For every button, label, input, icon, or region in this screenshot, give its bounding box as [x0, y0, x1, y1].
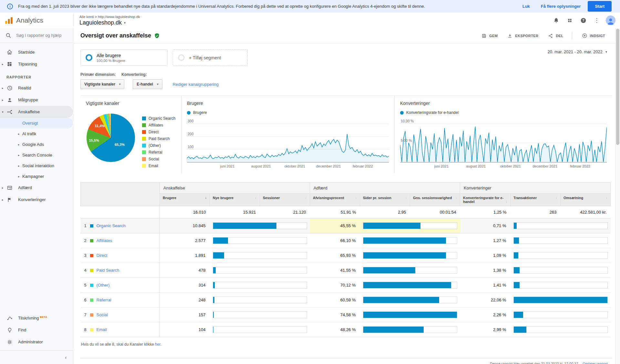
sidebar-collapse-button[interactable]: ‹	[0, 350, 73, 364]
see-all-link[interactable]: her	[155, 342, 160, 347]
sidebar-item-label: Search Console	[22, 153, 52, 157]
channels-pie-chart[interactable]: 65,3% 15,5% 11,4%	[87, 114, 135, 162]
verified-shield-icon	[154, 33, 160, 39]
sidebar-item-label: Administrator	[18, 339, 43, 344]
collapse-icon: ▾	[2, 110, 4, 114]
dismiss-banner-button[interactable]: Luk	[522, 4, 530, 9]
sidebar-item-google-ads[interactable]: ▸ Google Ads	[0, 139, 73, 150]
property-selector[interactable]: Laguioleshop.dk ▾	[79, 19, 140, 26]
sidebar-search[interactable]	[0, 28, 73, 43]
sidebar-item-tilskrivning[interactable]: TilskrivningBETA	[0, 312, 73, 324]
column-header-transaktioner[interactable]: Transaktioner↓	[511, 194, 561, 206]
legend-label: Email	[149, 164, 158, 168]
sidebar-item-oversigt[interactable]: Oversigt	[0, 118, 73, 128]
sidebar-item-find[interactable]: Find	[0, 324, 73, 336]
add-segment-ring-icon	[178, 54, 185, 61]
learn-more-link[interactable]: Få flere oplysninger	[541, 4, 581, 9]
conversion-dropdown[interactable]: E-handel ▾	[133, 79, 162, 89]
channel-link[interactable]: Organic Search	[97, 223, 126, 228]
channel-link[interactable]: (Other)	[97, 283, 110, 288]
scrollbar-thumb[interactable]	[616, 29, 619, 145]
sort-icon: ↓	[556, 196, 557, 199]
cell-brugere-bar	[210, 322, 310, 337]
analytics-logo[interactable]: Analytics	[5, 16, 73, 25]
conversions-line-chart[interactable]: 5,00 %10,00 %	[400, 120, 607, 163]
search-input[interactable]	[16, 33, 68, 38]
legend-item: Paid Search	[142, 136, 175, 141]
channel-link[interactable]: Social	[97, 312, 108, 317]
column-header-sessionsvarighed[interactable]: Gns. sessionsvarighed↓	[410, 194, 460, 206]
notifications-bell-icon[interactable]	[552, 16, 560, 24]
sort-icon: ↓	[455, 196, 457, 199]
refresh-report-link[interactable]: Opdater rapport	[583, 362, 608, 364]
sidebar-item-adfaerd[interactable]: ▸ Adfærd	[0, 182, 73, 194]
dimension-dropdown[interactable]: Vigtigste kanaler ▾	[80, 79, 124, 89]
sort-icon: ↓	[606, 196, 607, 199]
sidebar-item-kampagner[interactable]: ▸ Kampagner	[0, 171, 73, 182]
sidebar-item-social-interaktion[interactable]: ▸ Social interaktion	[0, 160, 73, 171]
bar-box	[513, 267, 608, 274]
insight-icon	[582, 33, 587, 38]
channel-link[interactable]: Direct	[97, 253, 108, 258]
sidebar-item-label: Realtid	[18, 86, 31, 90]
sort-icon: ↓	[506, 200, 507, 203]
date-range-selector[interactable]: 20. mar. 2021 - 20. mar. 2022 ▾	[547, 49, 607, 54]
expand-icon: ▸	[18, 164, 20, 167]
column-header-konverteringsrate[interactable]: Konverteringsrate for e-handel↓	[460, 194, 511, 206]
sidebar-item-label: Al trafik	[22, 131, 36, 136]
add-segment-button[interactable]: + Tilføj segment	[173, 49, 248, 66]
sidebar-item-konverteringer[interactable]: ▸ Konverteringer	[0, 194, 73, 206]
sidebar-item-maalgruppe[interactable]: ▸ Målgruppe	[0, 94, 73, 106]
breadcrumb[interactable]: Alle konti > http://www.laguioleshop.dk	[79, 15, 140, 19]
column-header-nye-brugere[interactable]: Nye brugere↓	[210, 194, 260, 206]
channel-color-swatch	[90, 269, 93, 272]
channel-link[interactable]: Email	[97, 327, 107, 332]
cell-konverteringsrate-bar	[511, 308, 611, 322]
apps-grid-icon[interactable]	[566, 16, 574, 24]
users-line-chart[interactable]: 100200300	[187, 120, 389, 163]
insight-button[interactable]: INDSIGT	[582, 33, 605, 38]
bar-box	[213, 326, 307, 333]
legend-item: (Other)	[142, 143, 175, 148]
edit-channel-grouping-link[interactable]: Rediger kanalgruppering	[173, 82, 219, 87]
bar-box	[363, 237, 457, 244]
sidebar-bottom: TilskrivningBETA Find Administrator ‹	[0, 309, 73, 364]
channel-color-swatch	[90, 239, 93, 242]
legend-item: Direct	[142, 130, 175, 134]
legend-label: (Other)	[149, 143, 161, 148]
column-header-brugere[interactable]: Brugere↓	[160, 194, 210, 206]
save-button[interactable]: GEM	[481, 33, 498, 38]
sidebar-item-tilpasning[interactable]: ▸ Tilpasning	[0, 58, 73, 70]
start-button[interactable]: Start	[588, 1, 612, 12]
sidebar-item-startside[interactable]: Startside	[0, 46, 73, 58]
sidebar-item-realtid[interactable]: ▸ Realtid	[0, 82, 73, 94]
column-header-afvisningsprocent[interactable]: Afvisningsprocent↓	[310, 194, 360, 206]
analytics-logo-icon	[5, 16, 13, 25]
legend-swatch	[142, 137, 146, 141]
gear-icon	[6, 339, 13, 345]
sidebar-item-administrator[interactable]: Administrator	[0, 336, 73, 348]
column-header-sessioner[interactable]: Sessioner↓	[260, 194, 310, 206]
export-button[interactable]: EKSPORTER	[507, 33, 538, 38]
table-row: 3Direct 1.891 65,93 % 1,09 %	[81, 248, 611, 263]
sidebar-item-anskaffelse[interactable]: ▾ Anskaffelse	[0, 106, 73, 118]
channel-link[interactable]: Paid Search	[97, 268, 119, 273]
share-button[interactable]: DEL	[548, 33, 563, 38]
segment-all-users[interactable]: Alle brugere 100,00 % Brugere	[80, 49, 168, 66]
user-avatar[interactable]	[606, 15, 615, 25]
column-header-omsaetning[interactable]: Omsætning↓	[561, 194, 611, 206]
dimension-value: Vigtigste kanaler	[84, 82, 115, 86]
column-header-sider-pr-session[interactable]: Sider pr. session↓	[360, 194, 410, 206]
cell-afvisningsprocent: 45,55 %	[310, 218, 360, 233]
more-options-icon[interactable]: ⋮	[593, 16, 601, 24]
help-icon[interactable]: ?	[579, 16, 587, 24]
sidebar-item-al-trafik[interactable]: ▸ Al trafik	[0, 128, 73, 139]
users-panel-title: Brugere	[187, 101, 389, 106]
chevron-left-icon: ‹	[65, 355, 67, 360]
scrollbar[interactable]	[615, 28, 620, 364]
bar-box	[363, 326, 457, 333]
sidebar-item-search-console[interactable]: ▸ Search Console	[0, 150, 73, 160]
bar-box	[513, 311, 608, 318]
channel-link[interactable]: Affiliates	[97, 238, 112, 243]
channel-link[interactable]: Referral	[97, 298, 111, 302]
